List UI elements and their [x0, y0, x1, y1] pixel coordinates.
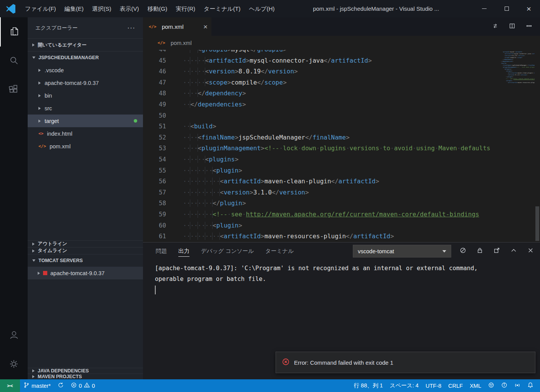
broadcast-item[interactable]: [511, 379, 524, 392]
tree-item-pom.xml[interactable]: </>pom.xml: [28, 140, 143, 153]
notification-message: Error: Command failed with exit code 1: [294, 359, 393, 366]
chevron-down-icon: [442, 250, 446, 252]
scrollbar-thumb[interactable]: [535, 206, 539, 241]
code-line-57[interactable]: 57··········<version>3.1.0</version>: [143, 187, 499, 198]
menu-item-7[interactable]: ヘルプ(H): [245, 0, 279, 17]
problems-item[interactable]: 0 0: [67, 379, 98, 392]
section-MAVEN PROJECTS[interactable]: MAVEN PROJECTS: [28, 374, 143, 379]
minimap[interactable]: <groupId>mysql</groupId> <artifactId>mys…: [499, 50, 535, 242]
token: pluginManagement: [201, 145, 261, 152]
open-in-editor-icon[interactable]: [493, 247, 500, 255]
extensions-activity-button[interactable]: [0, 76, 28, 105]
tree-item-.vscode[interactable]: .vscode: [28, 64, 143, 76]
tree-item-label: apache-tomcat-9.0.37: [45, 80, 99, 86]
tree-item-src[interactable]: src: [28, 102, 143, 115]
feedback-item[interactable]: [485, 379, 498, 392]
panel-tab-デバッグ コンソール[interactable]: デバッグ コンソール: [201, 243, 254, 260]
close-panel-icon[interactable]: [527, 247, 534, 255]
cursor-position-item[interactable]: 行 88、列 1: [350, 379, 386, 392]
close-button[interactable]: ×: [518, 0, 540, 17]
panel-tab-出力[interactable]: 出力: [178, 243, 189, 260]
section-タイムライン[interactable]: タイムライン: [28, 247, 143, 254]
output-channel-select[interactable]: vscode-tomcat: [353, 245, 451, 257]
tree-item-bin[interactable]: bin: [28, 89, 143, 102]
code-line-52[interactable]: 52····<finalName>jspScheduleManager</fin…: [143, 132, 499, 143]
settings-button[interactable]: [0, 350, 28, 379]
tab-pom-xml[interactable]: </> pom.xml ×: [143, 17, 211, 36]
code-line-60[interactable]: 60········<plugin>: [143, 220, 499, 231]
section-アウトライン[interactable]: アウトライン: [28, 240, 143, 247]
maximize-button[interactable]: [495, 0, 518, 17]
code-line-50[interactable]: 50: [143, 110, 499, 121]
indentation-item[interactable]: スペース: 4: [386, 379, 422, 392]
token: >: [261, 178, 264, 185]
code-line-54[interactable]: 54······<plugins>: [143, 154, 499, 165]
menu-item-1[interactable]: 編集(E): [60, 0, 88, 17]
panel-tab-問題[interactable]: 問題: [156, 243, 167, 260]
info-item[interactable]: [498, 379, 511, 392]
code-line-46[interactable]: 46······<version>8.0.19</version>: [143, 66, 499, 77]
editor-scrollbar[interactable]: [535, 50, 540, 242]
extensions-icon: [9, 85, 19, 96]
line-number: 54: [143, 154, 183, 165]
menu-item-2[interactable]: 選択(S): [88, 0, 116, 17]
line-number: 49: [143, 99, 183, 110]
token: </: [249, 50, 257, 53]
tab-close-icon[interactable]: ×: [203, 23, 208, 30]
menu-item-0[interactable]: ファイル(F): [21, 0, 60, 17]
project-root-section[interactable]: JSPSCHEDULEMANAGER: [28, 51, 143, 64]
menu-item-3[interactable]: 表示(V): [116, 0, 143, 17]
code-line-58[interactable]: 58········</plugin>: [143, 198, 499, 209]
open-changes-icon[interactable]: [492, 23, 498, 31]
sync-changes-item[interactable]: [54, 379, 67, 392]
tomcat-servers-section[interactable]: TOMCAT SERVERS: [28, 254, 143, 267]
panel-tab-ターミナル[interactable]: ターミナル: [265, 243, 294, 260]
git-branch-item[interactable]: master*: [20, 379, 54, 392]
error-notification[interactable]: Error: Command failed with exit code 1: [276, 352, 535, 373]
tree-item-target[interactable]: target: [28, 115, 143, 127]
tree-item-index.html[interactable]: <>index.html: [28, 127, 143, 140]
code-line-45[interactable]: 45······<artifactId>mysql-connector-java…: [143, 55, 499, 66]
more-actions-icon[interactable]: [526, 23, 532, 31]
menu-item-5[interactable]: 実行(R): [171, 0, 199, 17]
code-line-44[interactable]: 44····<groupId>mysql</groupId>: [143, 50, 499, 55]
code-line-49[interactable]: 49··</dependencies>: [143, 99, 499, 110]
lock-icon[interactable]: [477, 247, 483, 255]
section-JAVA DEPENDENCIES[interactable]: JAVA DEPENDENCIES: [28, 368, 143, 374]
search-activity-button[interactable]: [0, 47, 28, 76]
whitespace: ······: [183, 79, 205, 86]
account-button[interactable]: [0, 321, 28, 350]
chevron-right-icon: [32, 243, 35, 246]
code-line-59[interactable]: 59········<!--·see·http://maven.apache.o…: [143, 209, 499, 220]
maximize-panel-icon[interactable]: [510, 247, 517, 255]
eol-item[interactable]: CRLF: [445, 379, 466, 392]
code-line-51[interactable]: 51··<build>: [143, 121, 499, 132]
minimize-button[interactable]: [473, 0, 495, 17]
token: groupId: [257, 50, 283, 53]
split-editor-icon[interactable]: [509, 23, 515, 31]
code-line-48[interactable]: 48····</dependency>: [143, 88, 499, 99]
more-actions-icon[interactable]: ···: [127, 24, 135, 32]
menu-item-4[interactable]: 移動(G): [143, 0, 172, 17]
explorer-activity-button[interactable]: [0, 17, 28, 47]
open-editors-section[interactable]: 開いているエディター: [28, 38, 143, 51]
code-line-55[interactable]: 55········<plugin>: [143, 165, 499, 176]
code-line-53[interactable]: 53····<pluginManagement><!--·lock·down·p…: [143, 143, 499, 154]
code-line-56[interactable]: 56··········<artifactId>maven-clean-plug…: [143, 176, 499, 187]
code-line-61[interactable]: 61··········<artifactId>maven-resources-…: [143, 231, 499, 242]
output-content[interactable]: [apache-tomcat-9.0.37]: 'C:\Program' is …: [143, 260, 540, 294]
editor-actions: [492, 23, 540, 31]
menu-item-6[interactable]: ターミナル(T): [199, 0, 245, 17]
broadcast-icon: [514, 382, 520, 389]
chevron-right-icon: [38, 272, 40, 275]
tree-item-apache-tomcat-9.0.37[interactable]: apache-tomcat-9.0.37: [28, 76, 143, 89]
code-area[interactable]: 44····<groupId>mysql</groupId>45······<a…: [143, 50, 499, 242]
breadcrumb[interactable]: </> pom.xml: [143, 36, 540, 50]
tomcat-server-item[interactable]: apache-tomcat-9.0.37: [28, 267, 143, 279]
encoding-item[interactable]: UTF-8: [422, 379, 445, 392]
code-line-47[interactable]: 47······<scope>compile</scope>: [143, 77, 499, 88]
clear-output-icon[interactable]: [460, 247, 466, 255]
language-mode-item[interactable]: XML: [466, 379, 485, 392]
notifications-item[interactable]: [524, 379, 537, 392]
remote-indicator[interactable]: ><: [0, 379, 20, 392]
